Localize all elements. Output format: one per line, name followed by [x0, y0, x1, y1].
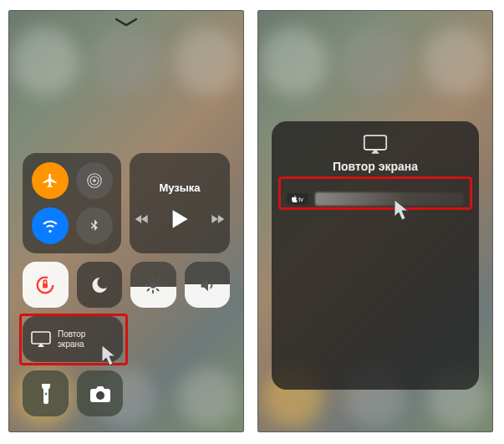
control-center-screen: Музыка — [8, 10, 244, 432]
airplane-mode-button[interactable] — [32, 162, 69, 199]
camera-icon — [89, 385, 111, 403]
screen-mirroring-label: Повтор экрана — [58, 329, 85, 349]
svg-line-10 — [148, 279, 150, 281]
next-track-icon[interactable] — [209, 212, 226, 226]
brightness-slider[interactable] — [130, 262, 176, 308]
airplane-icon — [42, 172, 59, 189]
camera-button[interactable] — [77, 370, 123, 416]
screen-mirroring-panel: Повтор экрана tv — [272, 121, 479, 390]
svg-rect-18 — [364, 135, 386, 150]
screen-mirroring-button[interactable]: Повтор экрана — [23, 316, 123, 362]
svg-point-17 — [96, 391, 104, 400]
svg-rect-4 — [43, 283, 48, 288]
volume-slider[interactable] — [185, 262, 231, 308]
airplay-device-row[interactable]: tv — [282, 185, 469, 213]
rotation-lock-icon — [33, 273, 57, 297]
airdrop-icon — [85, 171, 104, 190]
music-tile[interactable]: Музыка — [130, 153, 230, 253]
control-center-grid: Музыка — [23, 153, 230, 425]
svg-line-11 — [157, 288, 159, 290]
svg-point-0 — [93, 179, 96, 182]
svg-line-13 — [157, 279, 159, 281]
wifi-icon — [42, 217, 59, 234]
device-name-redacted — [315, 192, 464, 206]
volume-icon — [198, 276, 216, 294]
svg-rect-14 — [32, 332, 50, 344]
wifi-button[interactable] — [32, 207, 69, 244]
connectivity-tile — [23, 153, 121, 253]
svg-line-12 — [148, 288, 150, 290]
flashlight-icon — [39, 383, 53, 405]
svg-point-15 — [44, 392, 47, 395]
play-icon[interactable] — [171, 209, 189, 229]
screen-mirroring-icon — [31, 331, 51, 348]
svg-point-5 — [150, 282, 156, 288]
bluetooth-button[interactable] — [76, 207, 113, 244]
music-label: Музыка — [159, 181, 200, 194]
bluetooth-icon — [87, 218, 102, 233]
flashlight-button[interactable] — [23, 370, 69, 416]
screen-mirroring-icon — [363, 135, 388, 155]
rotation-lock-button[interactable] — [23, 262, 69, 308]
apple-tv-badge: tv — [287, 193, 308, 205]
brightness-icon — [144, 276, 162, 294]
previous-track-icon[interactable] — [134, 212, 150, 226]
do-not-disturb-button[interactable] — [77, 262, 123, 308]
chevron-down-icon[interactable] — [115, 18, 138, 28]
screen-mirroring-panel-title: Повтор экрана — [333, 160, 418, 173]
cellular-data-button[interactable] — [76, 162, 113, 199]
do-not-disturb-icon — [89, 275, 109, 295]
screen-mirroring-panel-screen: Повтор экрана tv — [257, 10, 493, 432]
